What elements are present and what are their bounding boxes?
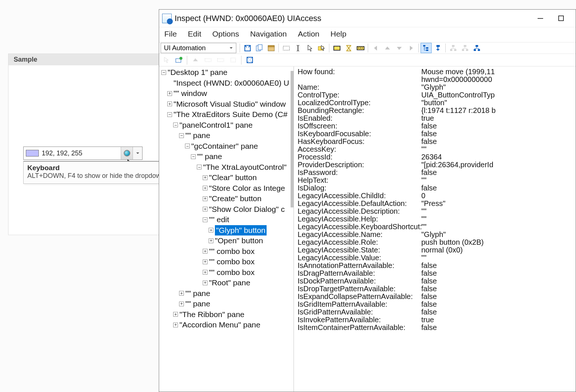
- tree-row[interactable]: +"" pane: [159, 288, 294, 299]
- minimize-button[interactable]: [534, 13, 546, 24]
- tree-label[interactable]: "The Ribbon" pane: [179, 309, 244, 320]
- aux5-button[interactable]: [215, 55, 226, 65]
- tree-row[interactable]: +"Store Color as Intege: [159, 183, 294, 194]
- expand-icon[interactable]: +: [209, 238, 213, 243]
- tree-row[interactable]: −"" edit: [159, 214, 294, 225]
- menu-action[interactable]: Action: [296, 29, 321, 39]
- tree1-button[interactable]: [448, 43, 459, 53]
- expand-icon[interactable]: +: [203, 175, 208, 180]
- tree-row[interactable]: +"" combo box: [159, 267, 294, 278]
- tree-row[interactable]: +"Show Color Dialog" c: [159, 204, 294, 215]
- menu-edit[interactable]: Edit: [186, 29, 203, 39]
- menu-help[interactable]: Help: [329, 29, 348, 39]
- expand-icon[interactable]: +: [203, 207, 208, 212]
- tree-row[interactable]: +"Create" button: [159, 193, 294, 204]
- properties-pane[interactable]: How found:Mouse move (1999,11hwnd=0x0000…: [294, 66, 576, 392]
- aux6-button[interactable]: [227, 55, 239, 65]
- nav-forward-button[interactable]: [405, 43, 416, 53]
- tree-row[interactable]: +"Glyph" button: [159, 225, 294, 236]
- tree-label[interactable]: "Inspect (HWND: 0x00060AE0) U: [174, 78, 289, 89]
- aux2-button[interactable]: [173, 55, 184, 65]
- expand-icon[interactable]: +: [203, 249, 208, 254]
- tree2-button[interactable]: [459, 43, 470, 53]
- tree-label[interactable]: "Create" button: [209, 193, 261, 204]
- tree-label[interactable]: "" edit: [209, 214, 229, 225]
- tree-row[interactable]: +"" pane: [159, 299, 294, 309]
- tree-label[interactable]: "" combo box: [209, 267, 254, 278]
- collapse-icon[interactable]: −: [197, 165, 202, 169]
- expand-icon[interactable]: +: [179, 291, 184, 296]
- menu-navigation[interactable]: Navigation: [248, 29, 288, 39]
- tree-pane[interactable]: −"Desktop 1" pane"Inspect (HWND: 0x00060…: [159, 66, 294, 392]
- tree-label[interactable]: "" pane: [197, 151, 222, 162]
- framework-combo[interactable]: UI Automation: [161, 43, 236, 53]
- highlight-wide-button[interactable]: [355, 43, 366, 53]
- expand-icon[interactable]: +: [167, 91, 172, 96]
- tree-label[interactable]: "Microsoft Visual Studio" window: [174, 99, 286, 110]
- tree-label[interactable]: "Show Color Dialog" c: [209, 204, 285, 215]
- glyph-button[interactable]: [121, 147, 133, 159]
- tree-row[interactable]: +"" combo box: [159, 257, 294, 267]
- tree-label[interactable]: "" pane: [185, 299, 210, 309]
- tree-label[interactable]: "Desktop 1" pane: [168, 67, 227, 78]
- tree-row[interactable]: −"gcContainer" pane: [159, 141, 294, 152]
- tree-row[interactable]: −"" pane: [159, 130, 294, 141]
- aux4-button[interactable]: [202, 55, 213, 65]
- tree-label[interactable]: "Clear" button: [209, 172, 257, 183]
- parent-nav-button[interactable]: [432, 43, 443, 53]
- tree-row[interactable]: +"" window: [159, 88, 294, 99]
- maximize-button[interactable]: [555, 13, 567, 24]
- tree-label[interactable]: "" pane: [185, 288, 210, 299]
- tree-row[interactable]: −"" pane: [159, 151, 294, 162]
- tree-label[interactable]: "" pane: [185, 130, 210, 141]
- collapse-icon[interactable]: −: [173, 123, 178, 127]
- expand-icon[interactable]: +: [203, 270, 208, 275]
- expand-icon[interactable]: +: [203, 281, 208, 285]
- tree-label[interactable]: "Root" pane: [209, 278, 250, 288]
- titlebar[interactable]: Inspect (HWND: 0x00060AE0) UIAccess: [159, 10, 576, 27]
- collapse-icon[interactable]: −: [161, 70, 166, 75]
- menubar[interactable]: FileEditOptionsNavigationActionHelp: [159, 27, 576, 42]
- tree-label[interactable]: "panelControl1" pane: [179, 120, 253, 131]
- menu-file[interactable]: File: [163, 29, 178, 39]
- tree-row[interactable]: −"panelControl1" pane: [159, 120, 294, 131]
- expand-icon[interactable]: +: [173, 312, 178, 317]
- copy-button[interactable]: [254, 43, 265, 53]
- nav-up-button[interactable]: [382, 43, 393, 53]
- collapse-icon[interactable]: −: [185, 144, 190, 148]
- nav-down-button[interactable]: [394, 43, 405, 53]
- tree-row[interactable]: +"Open" button: [159, 235, 294, 246]
- color-input-field[interactable]: 192, 192, 255: [24, 147, 121, 159]
- menu-options[interactable]: Options: [211, 29, 240, 39]
- highlight-button[interactable]: [331, 43, 342, 53]
- cursor-rect-button[interactable]: [316, 43, 327, 53]
- tree-row[interactable]: +"" combo box: [159, 246, 294, 257]
- tree-label[interactable]: "" combo box: [209, 257, 254, 267]
- nav-back-button[interactable]: [370, 43, 381, 53]
- expand-icon[interactable]: +: [167, 102, 172, 106]
- collapse-icon[interactable]: −: [203, 217, 208, 222]
- tree-label[interactable]: "Store Color as Intege: [209, 183, 285, 194]
- tree-label[interactable]: "The XtraEditors Suite Demo (C#: [174, 109, 288, 120]
- tree-row[interactable]: −"The XtraEditors Suite Demo (C#: [159, 109, 294, 120]
- collapse-icon[interactable]: −: [191, 154, 196, 159]
- tree-label[interactable]: "Accordion Menu" pane: [179, 320, 260, 330]
- tree-label[interactable]: "Glyph" button: [215, 225, 267, 236]
- aux1-button[interactable]: [161, 55, 172, 65]
- tree-row[interactable]: +"Accordion Menu" pane: [159, 320, 294, 330]
- tree-row[interactable]: +"The Ribbon" pane: [159, 309, 294, 320]
- tree-row[interactable]: +"Root" pane: [159, 278, 294, 288]
- tree-label[interactable]: "gcContainer" pane: [191, 141, 258, 152]
- scrollbar-thumb[interactable]: [291, 71, 294, 207]
- highlight-timed-button[interactable]: [343, 43, 354, 53]
- tree-label[interactable]: "" window: [174, 88, 207, 99]
- tree3-button[interactable]: [471, 43, 482, 53]
- expand-icon[interactable]: +: [173, 323, 178, 327]
- tree-label[interactable]: "" combo box: [209, 246, 254, 257]
- select-rect-button[interactable]: [281, 43, 292, 53]
- expand-icon[interactable]: +: [209, 228, 213, 233]
- tree-row[interactable]: −"The XtraLayoutControl": [159, 162, 294, 173]
- refresh-button[interactable]: [242, 43, 253, 53]
- cursor-button[interactable]: [304, 43, 315, 53]
- color-input[interactable]: 192, 192, 255: [23, 147, 143, 160]
